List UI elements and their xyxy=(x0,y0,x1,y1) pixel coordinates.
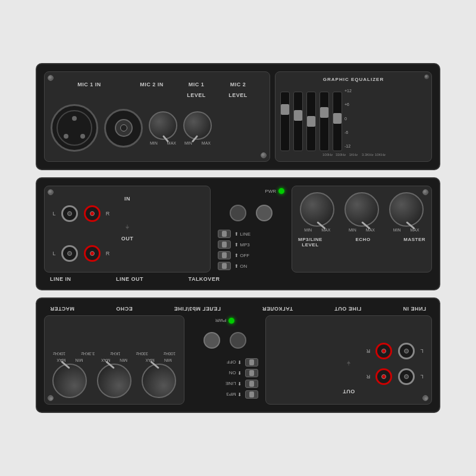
lower-switch-row-mp3: ⬆ MP3 xyxy=(192,390,258,399)
eq-handle-3[interactable] xyxy=(307,116,315,127)
lower-out-jacks-row: L R xyxy=(272,368,425,385)
bottom-labels-row: MP3/LINELEVEL ECHO MASTER xyxy=(298,237,425,248)
mic1-level-knob-group: MIN MAX xyxy=(149,111,177,145)
switch-line[interactable] xyxy=(218,230,231,238)
mid-controls-section: MIN MAX MIN MAX xyxy=(292,186,432,273)
lower-freq-1: 100Hz xyxy=(164,352,176,356)
eq-handle-4[interactable] xyxy=(320,107,328,118)
mic1-level-label: MIC 1LEVEL xyxy=(187,82,206,98)
eq-title: GRAPHIC EQUALIZER xyxy=(280,77,427,82)
lower-bottom-row-labels: ГИНЕ ІN ГІНЕ ОUТ ТАГКОЛЕR ГЕЛЕГ Мb3\ГІНЕ… xyxy=(44,306,432,312)
lower-k1-min: MIN xyxy=(164,358,172,362)
echo-knob-group: MIN MAX xyxy=(345,192,379,232)
lower-knob-group-1: MIN MAX xyxy=(142,358,176,398)
rca-out-l[interactable] xyxy=(61,245,78,262)
echo-knob[interactable] xyxy=(345,192,379,227)
rca-out-r[interactable] xyxy=(84,245,101,262)
screw-br xyxy=(261,152,267,158)
mic-inputs-section: MIC 1 IN MIC 2 IN MIC 1LEVEL MIC 2LEVEL xyxy=(44,71,270,162)
lower-freq-5: 10KHz xyxy=(53,352,65,356)
master-knob[interactable] xyxy=(389,192,424,227)
switch-off[interactable] xyxy=(218,251,231,259)
talkover-section: PWR ⬆ LINE xyxy=(215,186,287,273)
eq-freq-labels: 100Hz 330Hz 1KHz 3.3KHz 10KHz xyxy=(280,153,427,156)
lower-knob-2[interactable] xyxy=(97,364,131,398)
echo-knob-minmax: MIN MAX xyxy=(349,228,375,232)
lower-pwr-indicator: PWR xyxy=(192,318,258,324)
lower-pwr-label: PWR xyxy=(215,318,227,324)
echo-label: ECHO xyxy=(356,237,371,248)
screw-ctrl-tr xyxy=(422,189,428,195)
lower-pwr-led xyxy=(228,318,234,324)
echo-max-label: MAX xyxy=(366,228,375,232)
eq-slider-4[interactable] xyxy=(320,92,329,151)
xlr-pin-br xyxy=(80,134,85,139)
eq-handle-2[interactable] xyxy=(294,110,302,121)
switch-line-inner xyxy=(222,231,227,237)
eq-slider-1[interactable] xyxy=(280,92,290,151)
eq-slider-3[interactable] xyxy=(306,92,316,151)
lower-switch-off-label: ⬆ OFF xyxy=(227,360,242,365)
rca-in-r-center xyxy=(90,211,95,216)
lower-talkover-btn-1[interactable] xyxy=(230,332,246,349)
rca-in-l-center xyxy=(67,211,72,216)
lower-in-r-label: R xyxy=(365,348,372,354)
xlr-connector[interactable] xyxy=(51,104,98,152)
switch-mp3[interactable] xyxy=(218,240,231,249)
mic1-in-label: MIC 1 IN xyxy=(77,82,101,87)
eq-sliders xyxy=(280,86,342,151)
lower-rca-in-l[interactable] xyxy=(398,343,415,359)
eq-freq-10k: 10KHz xyxy=(375,153,384,156)
lower-switch-mp3[interactable] xyxy=(245,390,258,399)
lower-switch-row-on: ⬆ ON xyxy=(192,369,258,377)
mp3-line-knob[interactable] xyxy=(300,192,334,227)
master-min-label: MIN xyxy=(393,228,401,232)
trs-connector[interactable] xyxy=(104,109,143,148)
xlr-pin-top xyxy=(72,116,77,121)
lower-switch-on[interactable] xyxy=(245,369,258,377)
lower-line-in-label: ГИНЕ ІN xyxy=(403,306,426,312)
lower-in-l-label: L xyxy=(418,348,425,354)
switch-on[interactable] xyxy=(218,262,231,270)
lower-freq-3: 1KHz xyxy=(110,352,120,356)
rca-in-r[interactable] xyxy=(84,205,101,222)
lower-knob-3[interactable] xyxy=(52,364,87,398)
mp3-min-label: MIN xyxy=(304,228,312,232)
main-container: MIC 1 IN MIC 2 IN MIC 1LEVEL MIC 2LEVEL xyxy=(36,63,440,413)
talkover-btn-2[interactable] xyxy=(256,205,273,221)
eq-handle-1[interactable] xyxy=(281,104,289,115)
eq-handle-5[interactable] xyxy=(333,113,342,124)
mic1-level-knob[interactable] xyxy=(149,111,177,140)
talkover-btn-1[interactable] xyxy=(230,205,246,221)
lower-rca-out-r[interactable] xyxy=(375,368,392,385)
lower-knob-group-2: MIN MAX xyxy=(97,358,131,398)
in-l-label: L xyxy=(51,211,58,217)
eq-slider-5[interactable] xyxy=(333,92,342,151)
lower-controls-knobs-row: MIN MAX MIN MAX MIN xyxy=(51,358,178,398)
master-label: MASTER xyxy=(403,237,425,248)
lower-rca-in-r[interactable] xyxy=(375,343,392,359)
lower-rca-out-l[interactable] xyxy=(398,368,415,385)
lower-rca-in-r-center xyxy=(381,349,386,353)
eq-slider-2[interactable] xyxy=(293,92,303,151)
line-in-bottom-label: LINE IN xyxy=(50,276,71,282)
pwr-indicator: PWR xyxy=(218,188,284,194)
lower-controls-section: MIN MAX MIN MAX MIN xyxy=(44,315,184,405)
lower-panel: OUT L R ⏚ L xyxy=(36,298,440,413)
mic2-level-knob[interactable] xyxy=(183,111,212,140)
eq-db-m12: -12 xyxy=(345,144,352,148)
rca-in-l[interactable] xyxy=(61,205,78,222)
lower-switch-off[interactable] xyxy=(245,358,258,367)
lower-switch-row-off: ⬆ OFF xyxy=(192,358,258,367)
lower-rca-out-r-center xyxy=(381,374,386,379)
mp3-knob-minmax: MIN MAX xyxy=(304,228,330,232)
mp3-line-knob-group: MIN MAX xyxy=(300,192,334,232)
screw-io-tl xyxy=(48,189,54,195)
lower-switch-line[interactable] xyxy=(245,380,258,388)
lower-knob-1[interactable] xyxy=(142,364,176,398)
lower-talkover-btn-2[interactable] xyxy=(203,332,220,349)
eq-freq-330: 330Hz xyxy=(336,153,345,156)
eq-screw xyxy=(424,74,429,79)
mic2-max-label: MAX xyxy=(202,141,211,145)
mic1-knob-minmax: MIN MAX xyxy=(150,141,176,145)
